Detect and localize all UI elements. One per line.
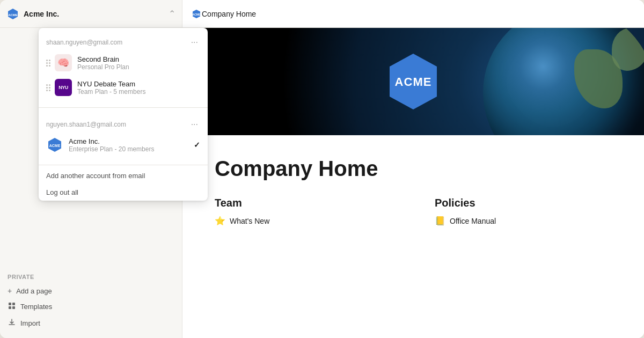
account-section-1: shaan.nguyen@gmail.com ··· 🧠 Second Brai… xyxy=(39,28,208,105)
account-switcher-dropdown: shaan.nguyen@gmail.com ··· 🧠 Second Brai… xyxy=(39,28,208,201)
log-out-all-button[interactable]: Log out all xyxy=(39,184,208,201)
chevron-updown-icon: ⌃ xyxy=(169,9,175,19)
page-title: Company Home xyxy=(215,157,612,181)
office-manual-label: Office Manual xyxy=(450,217,496,225)
drag-handle-icon xyxy=(46,60,50,67)
private-section-label: PRIVATE xyxy=(0,270,182,283)
team-column: Team ⭐ What's New xyxy=(215,197,392,226)
whats-new-label: What's New xyxy=(230,217,269,225)
svg-text:ACME: ACME xyxy=(49,144,61,148)
account-email-row-1: shaan.nguyen@gmail.com ··· xyxy=(39,33,208,50)
policies-column: Policies 📒 Office Manual xyxy=(435,197,612,226)
svg-rect-6 xyxy=(9,306,11,309)
policies-heading: Policies xyxy=(435,197,612,209)
import-icon xyxy=(8,318,16,328)
svg-rect-4 xyxy=(9,303,11,305)
import-label: Import xyxy=(20,319,40,327)
whats-new-item[interactable]: ⭐ What's New xyxy=(215,216,392,226)
earth-sphere xyxy=(483,28,644,135)
templates-button[interactable]: Templates xyxy=(0,298,182,315)
nyu-icon: NYU xyxy=(55,79,72,96)
second-brain-icon: 🧠 xyxy=(55,54,72,71)
add-page-button[interactable]: + Add a page xyxy=(0,283,182,298)
drag-handle-nyu-icon xyxy=(46,84,50,91)
svg-rect-7 xyxy=(12,306,15,309)
svg-rect-5 xyxy=(12,303,15,305)
acme-hexagon-svg: ACME xyxy=(381,49,445,114)
add-page-label: Add a page xyxy=(16,287,52,295)
page-content: Company Home Team ⭐ What's New Policies … xyxy=(182,135,644,338)
app-container: ACME Acme Inc. ⌃ shaan.nguyen@gmail.com … xyxy=(0,0,644,338)
account-section-2: nguyen.shaan1@gmail.com ··· ACME Acme In… xyxy=(39,110,208,163)
workspace-logo-icon: ACME xyxy=(6,8,19,20)
topbar: ACME Company Home xyxy=(182,0,644,28)
account-menu-dots-2[interactable]: ··· xyxy=(189,119,200,130)
divider-1 xyxy=(39,107,208,108)
account-email-2: nguyen.shaan1@gmail.com xyxy=(46,121,126,128)
topbar-title: Company Home xyxy=(202,10,256,18)
earth-land-2 xyxy=(612,28,644,71)
acme-workspace-name: Acme Inc. xyxy=(69,137,194,145)
workspace-name: Acme Inc. xyxy=(24,10,169,18)
content-columns: Team ⭐ What's New Policies 📒 Office Manu… xyxy=(215,197,612,226)
office-manual-item[interactable]: 📒 Office Manual xyxy=(435,216,612,226)
acme-plan: Enterprise Plan - 20 members xyxy=(69,145,194,153)
workspace-item-second-brain[interactable]: 🧠 Second Brain Personal Pro Plan xyxy=(39,50,208,75)
sidebar: ACME Acme Inc. ⌃ shaan.nguyen@gmail.com … xyxy=(0,0,182,338)
acme-workspace-icon: ACME xyxy=(46,136,63,153)
team-heading: Team xyxy=(215,197,392,209)
account-email-row-2: nguyen.shaan1@gmail.com ··· xyxy=(39,115,208,133)
templates-label: Templates xyxy=(20,303,52,311)
hero-image: ACME xyxy=(182,28,644,135)
main-content: ACME Company Home ACME xyxy=(182,0,644,338)
nyu-name: NYU Debate Team xyxy=(77,80,200,88)
nyu-info: NYU Debate Team Team Plan - 5 members xyxy=(77,80,200,95)
svg-text:ACME: ACME xyxy=(395,75,432,89)
acme-info: Acme Inc. Enterprise Plan - 20 members xyxy=(69,137,194,153)
workspace-item-acme[interactable]: ACME Acme Inc. Enterprise Plan - 20 memb… xyxy=(39,133,208,157)
workspace-item-nyu[interactable]: NYU NYU Debate Team Team Plan - 5 member… xyxy=(39,75,208,100)
sidebar-bottom: PRIVATE + Add a page Templates xyxy=(0,264,182,338)
divider-2 xyxy=(39,165,208,165)
templates-icon xyxy=(8,302,16,312)
sidebar-header[interactable]: ACME Acme Inc. ⌃ xyxy=(0,0,182,28)
plus-icon: + xyxy=(8,286,12,295)
nyu-plan: Team Plan - 5 members xyxy=(77,88,200,95)
import-button[interactable]: Import xyxy=(0,315,182,332)
acme-topbar-icon: ACME xyxy=(191,9,202,19)
account-menu-dots-1[interactable]: ··· xyxy=(189,36,200,48)
acme-badge: ACME xyxy=(381,49,445,114)
add-account-button[interactable]: Add another account from email xyxy=(39,167,208,184)
book-icon: 📒 xyxy=(435,216,445,226)
active-check-icon: ✓ xyxy=(194,141,200,149)
second-brain-info: Second Brain Personal Pro Plan xyxy=(77,55,200,71)
star-icon: ⭐ xyxy=(215,216,225,226)
svg-text:ACME: ACME xyxy=(8,13,18,17)
account-email-1: shaan.nguyen@gmail.com xyxy=(46,39,122,46)
second-brain-plan: Personal Pro Plan xyxy=(77,63,200,71)
second-brain-name: Second Brain xyxy=(77,55,200,63)
earth-background: ACME xyxy=(182,28,644,135)
svg-text:ACME: ACME xyxy=(193,13,201,16)
